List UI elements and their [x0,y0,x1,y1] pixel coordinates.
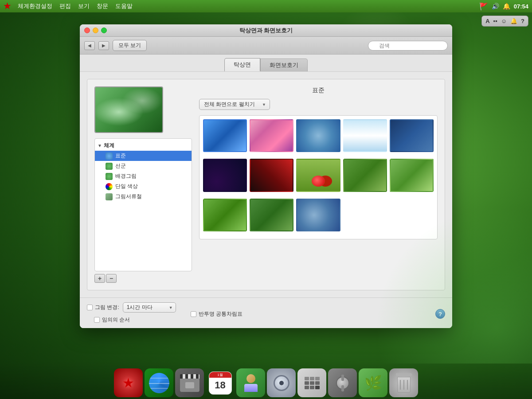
change-picture-checkbox[interactable] [87,305,93,310]
wallpaper-thumb-2[interactable] [250,119,293,152]
tab-desktop[interactable]: 탁상면 [224,58,260,71]
close-button[interactable] [84,27,90,33]
tree-item-seongun[interactable]: 선군 [95,161,192,171]
wallpaper-thumb-11[interactable] [203,199,247,231]
flag-icon[interactable]: 🚩 [479,2,488,11]
menubar-edit[interactable]: 편집 [59,2,71,10]
dock-item-contacts[interactable] [236,368,265,397]
wallpaper-thumb-3[interactable] [296,119,340,152]
menubar-right: 🚩 🔊 🔔 07:54 [479,2,528,11]
dock-item-system-tools[interactable] [328,368,357,397]
tab-screensaver[interactable]: 화면보호기 [260,59,308,71]
wallpaper-thumb-1[interactable] [203,119,247,152]
input-bell[interactable]: 🔔 [509,17,518,25]
menubar-help[interactable]: 도움말 [115,2,133,10]
random-order-checkbox[interactable] [94,317,100,323]
input-emoji[interactable]: ☺ [500,17,508,25]
bottom-options: 그림 변경: 1시간 마다 임의의 순서 반투명 공통차림표 ? [80,297,452,328]
dock-item-green-app[interactable]: 🌿 [359,368,387,397]
add-button[interactable]: + [94,274,105,283]
wallpaper-thumb-4[interactable] [343,119,387,152]
dock-item-clapboard[interactable] [175,368,204,397]
dock-item-calculator[interactable] [297,368,326,397]
wallpaper-thumb-5[interactable] [390,119,434,152]
maximize-button[interactable] [101,27,107,33]
menubar-view[interactable]: 보기 [78,2,90,10]
tree-item-icon-seongun [106,163,113,170]
disk-utility-icon [274,375,289,391]
tab-bar: 탁상면 화면보호기 [80,55,452,71]
input-blocks[interactable]: ▪▪ [493,17,498,25]
input-method-bar: A ▪▪ ☺ 🔔 ? [481,16,528,27]
traffic-lights [84,27,107,33]
random-order-option: 임의의 순서 [94,316,130,324]
toolbar: ◀ ▶ 모두 보기 🔍 [80,37,452,55]
wallpaper-thumb-9[interactable] [343,159,387,192]
menubar-left: ★ 체계환경설정 편집 보기 창문 도움말 [4,1,133,11]
wallpaper-thumb-7[interactable] [250,159,293,192]
dialog-title: 탁상면과 화면보호기 [239,27,293,35]
translucent-label: 반투명 공통차림표 [199,310,243,318]
menubar: ★ 체계환경설정 편집 보기 창문 도움말 🚩 🔊 🔔 07:54 [0,0,532,12]
content-inner: ▼ 체계 표준 선군 배경그림 [87,79,445,290]
tree-item-photos[interactable]: 그림서류철 [95,192,192,202]
show-all-button[interactable]: 모두 보기 [113,40,147,51]
dock-item-trash[interactable] [389,368,418,397]
change-picture-option: 그림 변경: [87,304,119,311]
tree-item-standard[interactable]: 표준 [95,151,192,161]
dock-item-calendar[interactable]: 1월 18 [206,368,235,397]
desktop: ★ 체계환경설정 편집 보기 창문 도움말 🚩 🔊 🔔 07:54 A ▪▪ ☺… [0,0,532,399]
dock: ★ 1월 18 [0,361,532,399]
tree-item-icon-photos [106,193,113,200]
sidebar-buttons: + − [94,274,192,283]
content-area: ▼ 체계 표준 선군 배경그림 [80,71,452,297]
tree-item-solid-color[interactable]: 단일 색상 [95,181,192,192]
dropdown-row: 전체 화면으로 펼치기 [199,99,438,110]
time-interval-dropdown[interactable]: 1시간 마다 [123,302,176,313]
tree-group-header: ▼ 체계 [95,141,192,151]
globe-icon [149,373,169,393]
wallpaper-thumb-6[interactable] [203,159,247,192]
display-mode-dropdown[interactable]: 전체 화면으로 펼치기 [199,99,270,110]
star-app-icon: ★ [122,375,134,391]
right-panel: 표준 전체 화면으로 펼치기 [199,86,438,283]
wallpaper-thumb-8[interactable] [296,159,340,192]
tree-item-wallpaper[interactable]: 배경그림 [95,171,192,181]
wallpaper-name: 표준 [199,86,438,94]
calendar-icon: 1월 18 [209,372,232,395]
back-button[interactable]: ◀ [84,41,95,50]
menubar-window[interactable]: 창문 [97,2,108,10]
tree-expand-icon[interactable]: ▼ [98,143,102,148]
wallpaper-thumb-13[interactable] [296,199,340,231]
translucent-checkbox[interactable] [191,311,196,317]
dock-item-star[interactable]: ★ [114,368,143,397]
tree-item-label-photos: 그림서류철 [115,193,142,200]
dock-item-disk-utility[interactable] [267,368,296,397]
forward-button[interactable]: ▶ [98,41,109,50]
speaker-icon[interactable]: 🔊 [492,3,499,10]
change-picture-label: 그림 변경: [95,304,119,311]
remove-button[interactable]: − [106,274,117,283]
wallpaper-thumb-10[interactable] [390,159,434,192]
wallpaper-thumb-12[interactable] [250,199,293,231]
tree-item-icon-solid [106,183,113,190]
input-a[interactable]: A [485,17,490,25]
trash-icon [396,373,412,393]
input-help[interactable]: ? [520,17,525,25]
tree-item-label-wallpaper: 배경그림 [115,172,137,180]
menubar-app-name[interactable]: 체계환경설정 [18,2,52,10]
minimize-button[interactable] [93,27,98,33]
tree-item-label-standard: 표준 [115,152,126,160]
apple-star-icon[interactable]: ★ [4,1,11,11]
dock-item-globe[interactable] [145,368,173,397]
calendar-month: 1월 [209,372,231,378]
search-input[interactable] [368,41,448,51]
tree-item-icon-wallpaper [106,173,113,180]
alert-icon[interactable]: 🔔 [503,3,510,10]
green-app-icon: 🌿 [364,375,382,391]
clock: 07:54 [514,3,528,10]
calendar-day: 18 [209,378,231,392]
dialog-titlebar: 탁상면과 화면보호기 [80,24,452,37]
help-button[interactable]: ? [435,309,445,319]
contacts-icon [244,374,258,392]
